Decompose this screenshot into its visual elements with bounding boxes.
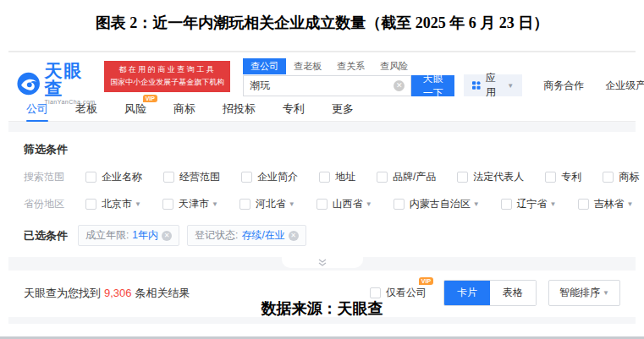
chevron-down-icon[interactable]: ▼ <box>366 200 372 208</box>
scope-option-label: 专利 <box>561 170 581 184</box>
checkbox[interactable] <box>239 199 250 210</box>
province-option-label: 天津市 <box>179 197 209 211</box>
scope-option[interactable]: 地址 <box>319 170 355 184</box>
chevron-down-icon: ▼ <box>507 82 514 90</box>
selected-filters-row: 已选条件 成立年限: 1年内 ✕ 登记状态: 存续/在业 ✕ <box>24 225 620 257</box>
checkbox[interactable] <box>162 199 173 210</box>
checkbox[interactable] <box>377 172 388 183</box>
province-option-label: 辽宁省 <box>517 197 548 211</box>
scope-option[interactable]: 商标 <box>603 170 639 184</box>
remove-tag-icon[interactable]: ✕ <box>289 231 299 241</box>
remove-tag-icon[interactable]: ✕ <box>162 231 172 241</box>
nav-tab-label: 专利 <box>283 101 305 117</box>
apps-menu-label: 应用 <box>486 71 499 100</box>
tag-value: 1年内 <box>132 228 158 243</box>
header-right: 应用 ▼ 商务合作 企业级产品▼ <box>464 74 644 96</box>
province-option[interactable]: 吉林省 ▼ <box>578 197 634 211</box>
checkbox[interactable] <box>545 172 556 183</box>
nav-tab-label: 公司 <box>26 101 48 117</box>
chevron-down-icon: ▼ <box>603 289 609 297</box>
search-type-tab[interactable]: 查老板 <box>286 58 329 74</box>
chevron-down-icon[interactable]: ▼ <box>135 200 141 208</box>
filter-section-title: 筛选条件 <box>24 142 620 157</box>
tag-value: 存续/在业 <box>241 228 284 243</box>
search-scope-row: 搜索范围 企业名称 经营范围 企业简介 <box>24 170 620 184</box>
checkbox[interactable] <box>316 199 328 210</box>
enterprise-products-menu[interactable]: 企业级产品▼ <box>605 79 644 93</box>
nav-tab-label: 老板 <box>75 101 97 117</box>
category-nav: VIP 公司 VIP 老板 VIP 风险 VIP 商标 VIP 招投标 <box>8 96 636 122</box>
search-type-tab[interactable]: 查公司 <box>243 58 286 74</box>
scope-option-label: 商标 <box>619 170 639 184</box>
nav-tab[interactable]: VIP 老板 <box>75 96 97 122</box>
scope-option[interactable]: 企业名称 <box>85 170 142 184</box>
scope-option-label: 品牌/产品 <box>393 170 436 184</box>
scope-option[interactable]: 企业简介 <box>241 170 298 184</box>
checkbox[interactable] <box>501 199 512 210</box>
tag-name: 登记状态: <box>195 228 238 243</box>
checkbox[interactable] <box>457 172 468 183</box>
results-prefix: 天眼查为您找到 <box>24 287 101 299</box>
province-option-label: 吉林省 <box>594 197 625 211</box>
results-suffix: 条相关结果 <box>135 287 190 299</box>
nav-tab-label: 更多 <box>332 101 354 117</box>
selected-filter-tags: 成立年限: 1年内 ✕ 登记状态: 存续/在业 ✕ <box>78 225 314 246</box>
province-option[interactable]: 河北省 ▼ <box>239 197 295 211</box>
chevron-down-icon[interactable]: ▼ <box>473 200 480 208</box>
search-box[interactable]: ✕ <box>243 75 411 96</box>
checkbox[interactable] <box>85 199 96 210</box>
checkbox[interactable] <box>370 287 381 298</box>
chevron-down-icon[interactable]: ▼ <box>212 200 218 208</box>
data-source-note: 数据来源：天眼查 <box>0 298 644 319</box>
chevron-down-icon[interactable]: ▼ <box>627 200 634 208</box>
scope-option[interactable]: 经营范围 <box>163 170 220 184</box>
search-scope-options: 企业名称 经营范围 企业简介 地址 <box>85 170 644 184</box>
enterprise-products-label: 企业级产品 <box>605 79 644 91</box>
search-button[interactable]: 天眼一下 <box>411 75 454 96</box>
promo-banner-line2: 国家中小企业发展子基金旗下机构 <box>110 76 224 89</box>
province-option[interactable]: 天津市 ▼ <box>162 197 218 211</box>
nav-tab-label: 商标 <box>173 101 195 117</box>
checkbox[interactable] <box>603 172 614 183</box>
checkbox[interactable] <box>241 172 252 183</box>
nav-tab[interactable]: VIP 风险 <box>124 96 146 122</box>
nav-tab[interactable]: VIP 更多 <box>332 96 354 122</box>
chevron-down-icon[interactable]: ▼ <box>289 200 295 208</box>
vip-badge: VIP <box>419 277 433 285</box>
province-row: 省份地区 北京市 ▼ 天津市 ▼ <box>24 197 620 211</box>
scope-option[interactable]: 品牌/产品 <box>377 170 436 184</box>
search-type-tab[interactable]: 查风险 <box>372 58 416 74</box>
checkbox[interactable] <box>163 172 174 183</box>
province-option[interactable]: 辽宁省 ▼ <box>501 197 557 211</box>
nav-tab[interactable]: VIP 招投标 <box>223 96 256 122</box>
nav-tab[interactable]: VIP 专利 <box>283 96 305 122</box>
checkbox[interactable] <box>394 199 405 210</box>
province-option[interactable]: 内蒙古自治区 ▼ <box>394 197 480 211</box>
province-option[interactable]: 北京市 ▼ <box>85 197 141 211</box>
collapse-filters-button[interactable] <box>282 257 363 268</box>
search-input[interactable] <box>250 80 394 92</box>
apps-menu-button[interactable]: 应用 ▼ <box>464 74 522 96</box>
checkbox[interactable] <box>319 172 330 183</box>
scope-option[interactable]: 专利 <box>545 170 581 184</box>
nav-tab[interactable]: VIP 公司 <box>26 96 48 122</box>
province-label: 省份地区 <box>24 197 85 211</box>
checkbox[interactable] <box>85 172 96 183</box>
checkbox[interactable] <box>578 199 589 210</box>
province-option[interactable]: 山西省 ▼ <box>316 197 372 211</box>
scope-option-label: 企业简介 <box>257 170 298 184</box>
promo-banner: 都在用的商业查询工具 国家中小企业发展子基金旗下机构 <box>104 61 230 92</box>
scope-option-label: 企业名称 <box>102 170 142 184</box>
search-row: ✕ 天眼一下 <box>243 75 454 96</box>
nav-tab[interactable]: VIP 商标 <box>173 96 195 122</box>
filter-panel: 筛选条件 搜索范围 企业名称 经营范围 <box>8 132 636 257</box>
province-options: 北京市 ▼ 天津市 ▼ 河北省 ▼ <box>85 197 644 211</box>
scope-option[interactable]: 法定代表人 <box>457 170 524 184</box>
search-type-tab[interactable]: 查关系 <box>329 58 372 74</box>
vip-badge: VIP <box>143 95 157 103</box>
chevron-down-icon[interactable]: ▼ <box>550 200 557 208</box>
province-option-label: 北京市 <box>102 197 132 211</box>
business-cooperation-link[interactable]: 商务合作 <box>543 79 584 93</box>
clear-search-icon[interactable]: ✕ <box>394 80 405 91</box>
nav-tab-label: 招投标 <box>223 101 256 117</box>
